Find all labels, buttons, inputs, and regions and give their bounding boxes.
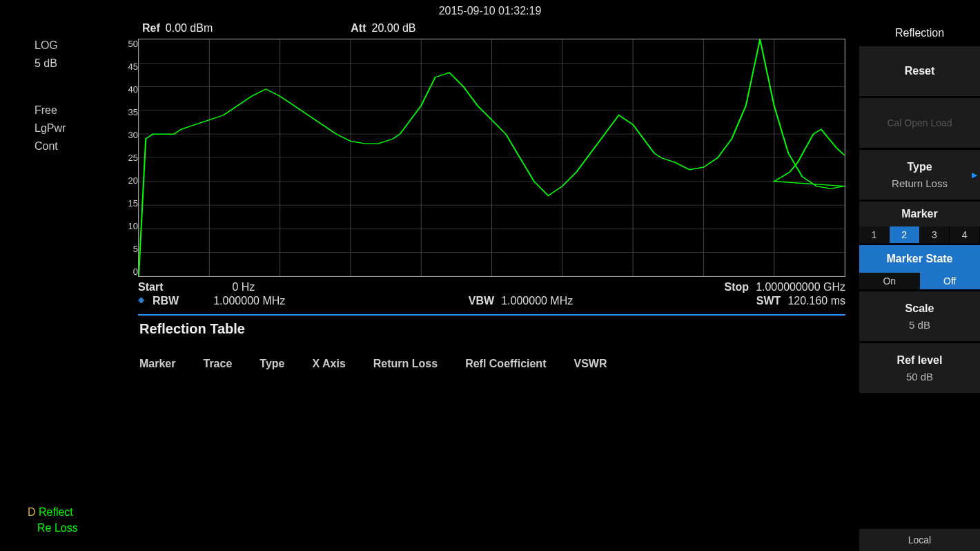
marker-state-section: Marker State On Off: [859, 245, 980, 289]
corner-reloss: Re Loss: [37, 522, 78, 534]
y-axis-ticks: 50454035302520151050: [124, 39, 138, 277]
corner-d: D: [28, 506, 36, 518]
rbw-label: RBW: [153, 295, 179, 307]
axis-info-row2: ◆ RBW 1.000000 MHz VBW 1.000000 MHz SWT …: [138, 295, 845, 307]
swt-value: 120.160 ms: [787, 295, 845, 307]
scale-button[interactable]: Scale 5 dB: [859, 291, 980, 341]
rbw-value: 1.000000 MHz: [213, 295, 285, 307]
left-status-column: LOG 5 dB Free LgPwr Cont: [0, 22, 124, 551]
marker-2[interactable]: 2: [890, 226, 920, 243]
ref-level-button[interactable]: Ref level 50 dB: [859, 343, 980, 393]
corner-reflect: Reflect: [39, 506, 73, 518]
marker-4[interactable]: 4: [950, 226, 980, 243]
marker-selector[interactable]: 1234: [859, 226, 980, 243]
marker-state-button[interactable]: Marker State: [859, 245, 980, 273]
marker-3[interactable]: 3: [920, 226, 950, 243]
reflection-table: Reflection Table MarkerTraceTypeX AxisRe…: [138, 321, 845, 370]
axis-info-row1: Start 0 Hz Stop 1.000000000 GHz: [138, 281, 845, 293]
section-divider: [138, 314, 845, 316]
panel-title: Reflection: [859, 22, 980, 44]
state-on[interactable]: On: [859, 273, 920, 289]
att-label: Att: [351, 22, 366, 35]
corner-status: D Reflect Re Loss: [28, 505, 78, 536]
local-button[interactable]: Local: [859, 529, 980, 551]
type-button[interactable]: Type Return Loss: [859, 150, 980, 200]
vbw-label: VBW: [469, 295, 494, 307]
marker-label: Marker: [859, 202, 980, 226]
plot-area[interactable]: 50454035302520151050: [138, 39, 845, 277]
free-label: Free: [35, 104, 124, 117]
table-headers: MarkerTraceTypeX AxisReturn LossRefl Coe…: [139, 358, 845, 370]
plot-header: Ref 0.00 dBm Att 20.00 dB: [138, 22, 845, 35]
reflection-plot: [138, 39, 845, 277]
diamond-icon: ◆: [138, 295, 144, 307]
cont-label: Cont: [35, 140, 124, 153]
ref-label: Ref: [142, 22, 160, 35]
marker-1[interactable]: 1: [859, 226, 890, 243]
vbw-value: 1.000000 MHz: [501, 295, 573, 307]
state-off[interactable]: Off: [920, 273, 981, 289]
marker-section: Marker 1234: [859, 202, 980, 243]
swt-label: SWT: [756, 295, 781, 307]
stop-value: 1.000000000 GHz: [756, 281, 845, 293]
log-label: LOG: [35, 39, 124, 52]
side-panel: Reflection Reset Cal Open Load Type Retu…: [859, 22, 980, 551]
att-value: 20.00 dB: [371, 22, 415, 35]
ref-value: 0.00 dBm: [166, 22, 213, 35]
lgpwr-label: LgPwr: [35, 122, 124, 135]
marker-state-toggle[interactable]: On Off: [859, 273, 980, 289]
db-label: 5 dB: [35, 57, 124, 70]
cal-open-load-button[interactable]: Cal Open Load: [859, 98, 980, 148]
start-value: 0 Hz: [232, 281, 255, 293]
reset-button[interactable]: Reset: [859, 46, 980, 96]
stop-label: Stop: [725, 281, 749, 293]
start-label: Start: [138, 281, 163, 293]
table-title: Reflection Table: [139, 321, 845, 337]
timestamp: 2015-09-10 01:32:19: [0, 0, 980, 22]
